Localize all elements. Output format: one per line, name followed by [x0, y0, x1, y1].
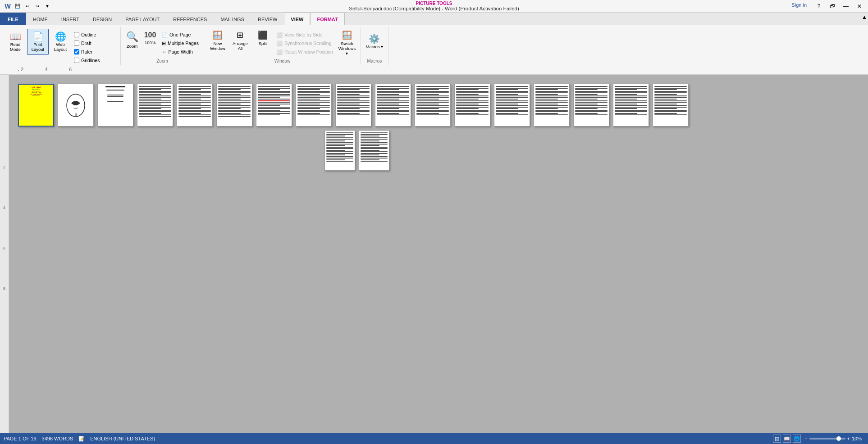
zoom-button[interactable]: 🔍 Zoom	[123, 29, 141, 53]
word-count-status[interactable]: 3496 WORDS	[42, 436, 73, 441]
print-layout-icon: 📄	[32, 32, 44, 41]
draft-checkbox-label[interactable]: Draft	[72, 39, 118, 47]
ruler-mark-6: 6	[69, 67, 72, 72]
window-group: 🪟 NewWindow ⊞ ArrangeAll ⬛ Split ⬜ View …	[204, 27, 361, 65]
read-mode-button[interactable]: 📖 ReadMode	[5, 29, 26, 55]
tab-format[interactable]: FORMAT	[310, 13, 344, 25]
tab-insert[interactable]: INSERT	[55, 13, 86, 25]
split-button[interactable]: ⬛ Split	[252, 29, 274, 55]
reset-window-position-button[interactable]: ⬜ Reset Window Position	[274, 48, 335, 56]
zoom-minus-button[interactable]: −	[804, 436, 807, 441]
title-bar: W 💾 ↩ ↪ ▼ PICTURE TOOLS Sellul-Bonyadi.d…	[0, 0, 868, 13]
macros-button[interactable]: ⚙️ Macros ▾	[364, 29, 385, 55]
status-bar-left: PAGE 1 OF 19 3496 WORDS 📝 ENGLISH (UNITE…	[4, 436, 155, 442]
page-thumb-4[interactable]	[137, 84, 173, 127]
page-thumb-8[interactable]	[296, 84, 332, 127]
web-view-button[interactable]: 🌐	[793, 435, 801, 443]
ruler-checkbox-label[interactable]: Ruler	[72, 48, 118, 56]
horizontal-ruler: 2 4 6	[21, 67, 72, 72]
new-window-button[interactable]: 🪟 NewWindow	[207, 29, 228, 55]
tab-view[interactable]: VIEW	[284, 13, 310, 25]
print-view-button[interactable]: ▤	[773, 435, 781, 443]
zoom-group-label: Zoom	[123, 58, 201, 65]
page-thumb-14[interactable]	[534, 84, 570, 127]
page-thumb-2[interactable]: ﷽	[58, 84, 94, 127]
proofing-icon: 📝	[78, 436, 85, 442]
tab-file[interactable]: FILE	[0, 13, 26, 25]
one-page-button[interactable]: 📄 One Page	[160, 31, 201, 39]
view-side-by-side-icon: ⬜	[277, 32, 283, 38]
page-thumb-6[interactable]	[216, 84, 252, 127]
page-thumb-17[interactable]	[653, 84, 689, 127]
page-count-status[interactable]: PAGE 1 OF 19	[4, 436, 37, 441]
multiple-pages-icon: ⊞	[162, 41, 166, 46]
page-thumb-18[interactable]	[324, 130, 355, 171]
sign-in-link[interactable]: Sign in	[791, 2, 807, 10]
view-mode-buttons: ▤ 📖 🌐	[773, 435, 801, 443]
page-thumb-19[interactable]	[359, 130, 389, 171]
zoom-plus-button[interactable]: +	[847, 436, 850, 441]
page-thumb-15[interactable]	[573, 84, 609, 127]
tab-design[interactable]: DESIGN	[86, 13, 119, 25]
view-side-by-side-button[interactable]: ⬜ View Side by Side	[274, 31, 335, 39]
zoom-percent-label[interactable]: 10%	[852, 436, 864, 441]
customize-qa-button[interactable]: ▼	[43, 2, 51, 10]
gridlines-checkbox[interactable]	[74, 58, 79, 63]
page-width-button[interactable]: ↔ Page Width	[160, 48, 201, 56]
ribbon-tabs: FILE HOME INSERT DESIGN PAGE LAYOUT REFE…	[0, 13, 868, 25]
close-button[interactable]: ✕	[854, 2, 864, 10]
tab-review[interactable]: REVIEW	[251, 13, 284, 25]
switch-windows-button[interactable]: 🪟 SwitchWindows ▾	[336, 29, 358, 55]
web-layout-button[interactable]: 🌐 WebLayout	[50, 29, 71, 55]
save-button[interactable]: 💾	[14, 2, 22, 10]
restore-button[interactable]: 🗗	[827, 2, 837, 10]
split-icon: ⬛	[258, 30, 268, 40]
page-thumb-7[interactable]	[256, 84, 292, 127]
tab-page-layout[interactable]: PAGE LAYOUT	[119, 13, 166, 25]
zoom-options-col: 📄 One Page ⊞ Multiple Pages ↔ Page Width	[160, 29, 201, 56]
window-group-label: Window	[207, 58, 358, 65]
page-thumb-1[interactable]: تحقیق آنلاین falaphonline.c مرجع دانشجو …	[18, 84, 54, 127]
page-thumb-9[interactable]	[335, 84, 371, 127]
gridlines-checkbox-label[interactable]: Gridlines	[72, 56, 118, 64]
zoom-100-icon: 100	[144, 31, 156, 39]
page-thumb-13[interactable]	[494, 84, 530, 127]
page-thumb-10[interactable]	[375, 84, 411, 127]
collapse-ribbon-button[interactable]: ▲	[861, 14, 868, 21]
canvas-area[interactable]: تحقیق آنلاین falaphonline.c مرجع دانشجو …	[9, 75, 868, 433]
print-layout-button[interactable]: 📄 PrintLayout	[27, 29, 49, 55]
zoom-100-button[interactable]: 100 100%	[142, 29, 159, 53]
page-thumb-12[interactable]	[454, 84, 490, 127]
read-mode-icon: 📖	[10, 32, 21, 41]
help-button[interactable]: ?	[814, 2, 824, 10]
page-thumb-16[interactable]	[613, 84, 649, 127]
read-view-button[interactable]: 📖	[783, 435, 791, 443]
zoom-slider[interactable]	[809, 438, 845, 439]
tab-mailings[interactable]: MAILINGS	[214, 13, 251, 25]
undo-button[interactable]: ↩	[23, 2, 32, 10]
pages-row-1: تحقیق آنلاین falaphonline.c مرجع دانشجو …	[18, 84, 689, 127]
status-bar-right: ▤ 📖 🌐 − + 10%	[773, 435, 864, 443]
page-thumb-11[interactable]	[415, 84, 451, 127]
macros-group-label: Macros	[364, 58, 385, 65]
tab-references[interactable]: REFERENCES	[166, 13, 214, 25]
page-thumb-5[interactable]	[177, 84, 213, 127]
redo-button[interactable]: ↪	[33, 2, 41, 10]
tab-home[interactable]: HOME	[26, 13, 55, 25]
language-status[interactable]: ENGLISH (UNITED STATES)	[90, 436, 155, 441]
synchronous-scrolling-button[interactable]: ⬜ Synchronous Scrolling	[274, 39, 335, 47]
status-bar: PAGE 1 OF 19 3496 WORDS 📝 ENGLISH (UNITE…	[0, 433, 868, 444]
arrange-all-button[interactable]: ⊞ ArrangeAll	[229, 29, 251, 55]
zoom-group-content: 🔍 Zoom 100 100% 📄 One Page ⊞ Multiple Pa…	[123, 27, 201, 58]
outline-checkbox[interactable]	[74, 32, 79, 37]
picture-tools-label: PICTURE TOOLS	[416, 1, 452, 6]
page1-contact: www.05519345647	[20, 95, 52, 96]
page-thumb-3[interactable]	[97, 84, 133, 127]
minimize-button[interactable]: —	[841, 2, 851, 10]
macros-group: ⚙️ Macros ▾ Macros	[361, 27, 388, 65]
multiple-pages-button[interactable]: ⊞ Multiple Pages	[160, 39, 201, 47]
ruler-checkbox[interactable]	[74, 49, 79, 54]
outline-checkbox-label[interactable]: Outline	[72, 31, 118, 39]
draft-checkbox[interactable]	[74, 41, 79, 46]
window-group-content: 🪟 NewWindow ⊞ ArrangeAll ⬛ Split ⬜ View …	[207, 27, 358, 58]
